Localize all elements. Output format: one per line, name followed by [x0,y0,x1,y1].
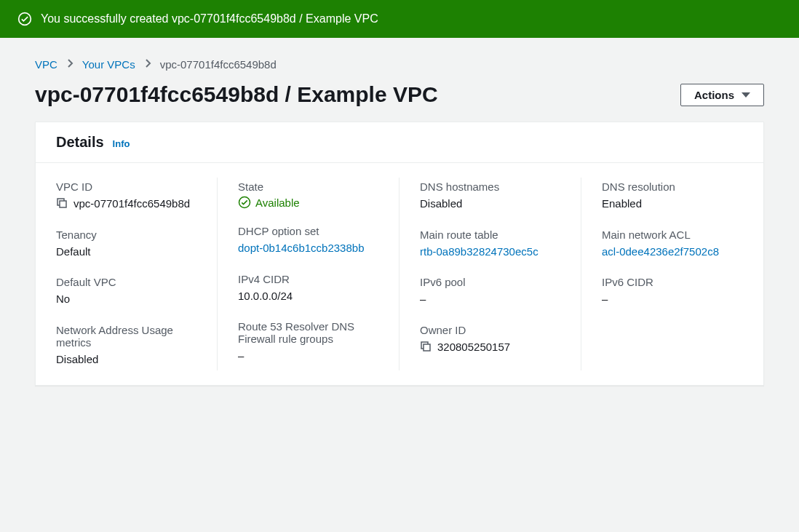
field-value: Available [255,196,300,209]
details-panel-header: Details Info [36,122,763,163]
field-dns-resolution: DNS resolution Enabled [602,180,743,213]
field-main-route-table: Main route table rtb-0a89b32824730ec5c [420,229,560,261]
field-label: IPv6 pool [420,276,560,288]
success-message: You successfully created vpc-07701f4fcc6… [41,12,378,25]
chevron-right-icon [66,58,73,71]
field-ipv4-cidr: IPv4 CIDR 10.0.0.0/24 [238,273,378,305]
field-vpc-id: VPC ID vpc-07701f4fcc6549b8d [56,180,196,213]
chevron-right-icon [144,58,151,71]
field-main-nacl: Main network ACL acl-0dee4236e2f7502c8 [602,229,743,261]
breadcrumb-root[interactable]: VPC [35,58,57,71]
field-label: IPv6 CIDR [602,276,743,288]
page-title: vpc-07701f4fcc6549b8d / Example VPC [35,82,438,107]
field-value: – [238,348,378,365]
check-circle-icon [238,196,251,209]
breadcrumb-current: vpc-07701f4fcc6549b8d [160,58,277,71]
svg-rect-1 [60,201,66,207]
svg-point-0 [19,13,31,25]
field-label: State [238,180,378,193]
svg-point-2 [239,197,250,208]
field-value: Disabled [56,352,196,368]
field-label: Default VPC [56,276,196,288]
field-value: Disabled [420,196,560,213]
main-route-table-link[interactable]: rtb-0a89b32824730ec5c [420,245,538,258]
field-ipv6-cidr: IPv6 CIDR – [602,276,743,308]
details-col-3: DNS hostnames Disabled Main route table … [400,178,581,370]
field-label: Owner ID [420,324,560,336]
actions-button[interactable]: Actions [680,84,764,106]
field-label: Tenancy [56,229,196,241]
field-value: Default [56,244,196,261]
field-value: No [56,291,196,308]
copy-icon[interactable] [56,197,68,211]
field-state: State Available [238,180,378,209]
svg-rect-3 [424,344,430,351]
field-value: 320805250157 [437,339,510,356]
info-link[interactable]: Info [113,138,130,149]
field-label: DNS hostnames [420,180,560,193]
field-label: DHCP option set [238,225,378,237]
field-nau-metrics: Network Address Usage metrics Disabled [56,324,196,368]
field-dns-hostnames: DNS hostnames Disabled [420,180,560,213]
field-tenancy: Tenancy Default [56,229,196,261]
main-nacl-link[interactable]: acl-0dee4236e2f7502c8 [602,245,719,258]
field-value: – [420,291,560,308]
field-owner-id: Owner ID 320805250157 [420,324,560,356]
dhcp-link[interactable]: dopt-0b14c6b1ccb2338bb [238,242,364,254]
field-value: vpc-07701f4fcc6549b8d [73,196,190,213]
field-label: IPv4 CIDR [238,273,378,285]
details-panel: Details Info VPC ID vpc-07701f4fcc6549b8… [35,122,764,386]
field-label: Route 53 Resolver DNS Firewall rule grou… [238,320,378,345]
field-value: – [602,291,743,308]
field-value: Enabled [602,196,743,213]
details-col-1: VPC ID vpc-07701f4fcc6549b8d Tenancy Def… [36,178,218,370]
field-default-vpc: Default VPC No [56,276,196,308]
breadcrumb: VPC Your VPCs vpc-07701f4fcc6549b8d [35,58,764,71]
field-ipv6-pool: IPv6 pool – [420,276,560,308]
field-label: DNS resolution [602,180,743,193]
field-label: VPC ID [56,180,196,193]
caret-down-icon [742,92,750,98]
details-title: Details [56,134,104,151]
breadcrumb-your-vpcs[interactable]: Your VPCs [82,58,135,71]
field-label: Network Address Usage metrics [56,324,196,349]
field-label: Main route table [420,229,560,241]
success-check-icon [17,12,32,26]
actions-label: Actions [694,89,734,101]
field-value: 10.0.0.0/24 [238,288,378,305]
copy-icon[interactable] [420,341,432,354]
details-col-2: State Available DHCP option set dopt-0b1… [218,178,400,370]
field-dhcp: DHCP option set dopt-0b14c6b1ccb2338bb [238,225,378,257]
details-col-4: DNS resolution Enabled Main network ACL … [581,178,763,370]
field-label: Main network ACL [602,229,743,241]
field-r53-firewall: Route 53 Resolver DNS Firewall rule grou… [238,320,378,365]
success-banner: You successfully created vpc-07701f4fcc6… [0,0,799,38]
